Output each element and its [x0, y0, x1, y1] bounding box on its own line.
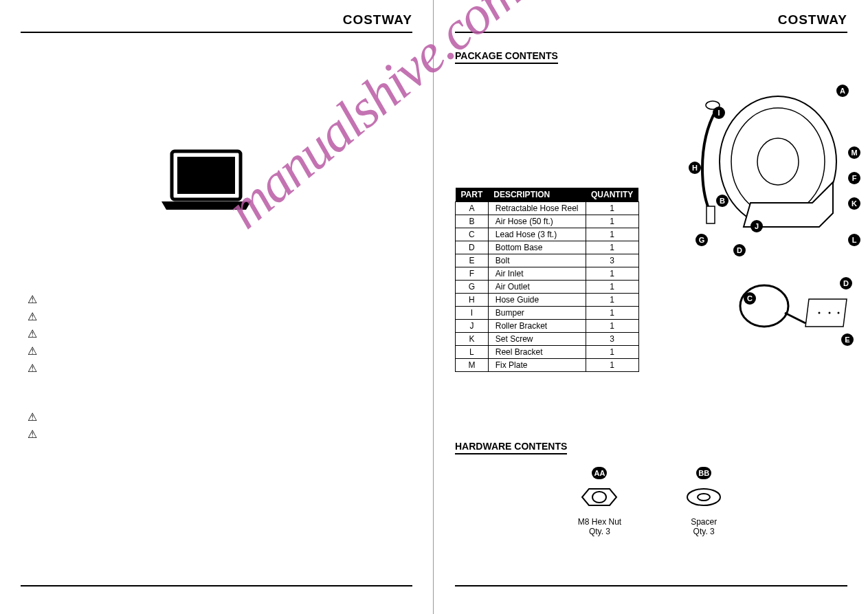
table-row: ARetractable Hose Reel1: [456, 202, 639, 215]
table-row: KSet Screw3: [456, 333, 639, 346]
callout-b: B: [716, 195, 728, 207]
table-cell: 1: [586, 228, 638, 241]
table-cell: B: [456, 215, 489, 228]
parts-table: PART DESCRIPTION QUANTITY ARetractable H…: [455, 188, 639, 372]
callout-e: E: [841, 333, 854, 346]
hardware-name-bb: Spacer: [683, 517, 724, 527]
hardware-qty-aa: Qty. 3: [578, 527, 621, 536]
table-cell: Air Inlet: [488, 267, 586, 281]
callout-d: D: [733, 244, 746, 256]
table-cell: 1: [586, 320, 638, 333]
table-cell: Air Outlet: [488, 281, 586, 294]
table-cell: Hose Guide: [488, 294, 586, 307]
table-cell: K: [456, 333, 489, 346]
brand-logo-right: COSTWAY: [455, 12, 847, 28]
hardware-row: AA M8 Hex Nut Qty. 3 BB Spacer Qty. 3: [455, 467, 847, 536]
table-cell: 3: [586, 333, 638, 346]
table-cell: Fix Plate: [488, 359, 586, 372]
lead-hose-illustration: [737, 275, 854, 351]
svg-rect-6: [706, 206, 715, 223]
callout-m: M: [848, 146, 860, 159]
table-cell: D: [456, 241, 489, 254]
table-cell: M: [456, 359, 489, 372]
table-cell: 1: [586, 346, 638, 359]
warning-icon: ⚠: [27, 327, 37, 340]
col-part: PART: [456, 188, 489, 202]
table-cell: A: [456, 202, 489, 215]
warning-column: ⚠ ⚠ ⚠ ⚠ ⚠ ⚠ ⚠: [27, 289, 37, 445]
table-cell: Bolt: [488, 254, 586, 267]
table-cell: 3: [586, 254, 638, 267]
svg-point-7: [740, 285, 788, 327]
table-cell: Lead Hose (3 ft.): [488, 228, 586, 241]
warning-icon: ⚠: [27, 293, 37, 306]
col-quantity: QUANTITY: [586, 188, 638, 202]
table-row: EBolt3: [456, 254, 639, 267]
table-cell: L: [456, 346, 489, 359]
bottom-rule-left: [21, 585, 412, 586]
bottom-rule-right: [455, 585, 847, 586]
callout-a: A: [836, 85, 849, 97]
hex-nut-icon: [579, 483, 620, 511]
table-row: LReel Bracket1: [456, 346, 639, 359]
left-page: COSTWAY ⚠ ⚠ ⚠ ⚠ ⚠ ⚠ ⚠: [0, 0, 434, 614]
warning-icon: ⚠: [27, 362, 37, 375]
hardware-item-aa: AA M8 Hex Nut Qty. 3: [578, 467, 621, 536]
table-row: BAir Hose (50 ft.)1: [456, 215, 639, 228]
table-cell: 1: [586, 267, 638, 281]
table-row: DBottom Base1: [456, 241, 639, 254]
table-cell: Reel Bracket: [488, 346, 586, 359]
table-row: FAir Inlet1: [456, 267, 639, 281]
table-cell: G: [456, 281, 489, 294]
table-cell: E: [456, 254, 489, 267]
table-row: JRoller Bracket1: [456, 320, 639, 333]
callout-l: L: [848, 234, 860, 246]
callout-k: K: [848, 197, 860, 210]
table-row: MFix Plate1: [456, 359, 639, 372]
svg-point-4: [757, 138, 799, 185]
svg-point-3: [731, 108, 825, 215]
hardware-code-aa: AA: [592, 467, 607, 479]
table-cell: Set Screw: [488, 333, 586, 346]
callout-j: J: [750, 220, 763, 232]
hardware-item-bb: BB Spacer Qty. 3: [683, 467, 724, 536]
table-cell: J: [456, 320, 489, 333]
svg-point-10: [838, 312, 840, 314]
table-row: CLead Hose (3 ft.)1: [456, 228, 639, 241]
right-page: COSTWAY PACKAGE CONTENTS PART DESCRIPTIO…: [434, 0, 868, 614]
spacer-icon: [683, 483, 724, 511]
table-cell: Retractable Hose Reel: [488, 202, 586, 215]
hardware-name-aa: M8 Hex Nut: [578, 517, 621, 527]
svg-point-8: [819, 312, 821, 314]
package-contents-heading: PACKAGE CONTENTS: [455, 50, 558, 64]
table-row: HHose Guide1: [456, 294, 639, 307]
hardware-qty-bb: Qty. 3: [683, 527, 724, 536]
table-cell: Roller Bracket: [488, 320, 586, 333]
table-row: IBumper1: [456, 307, 639, 320]
svg-rect-1: [177, 157, 235, 194]
callout-h: H: [689, 162, 701, 174]
warning-icon: ⚠: [27, 428, 37, 441]
warning-icon: ⚠: [27, 344, 37, 358]
table-cell: 1: [586, 202, 638, 215]
table-cell: Bumper: [488, 307, 586, 320]
callout-g: G: [695, 234, 708, 246]
brand-logo-left: COSTWAY: [21, 12, 412, 28]
callout-c: C: [744, 292, 756, 305]
table-cell: I: [456, 307, 489, 320]
exploded-diagram: A I M H F B K J G L D C D E: [661, 72, 860, 409]
table-cell: Air Hose (50 ft.): [488, 215, 586, 228]
hardware-code-bb: BB: [696, 467, 711, 479]
col-description: DESCRIPTION: [488, 188, 586, 202]
table-cell: 1: [586, 294, 638, 307]
laptop-icon: [158, 148, 254, 213]
svg-point-12: [592, 492, 606, 503]
callout-d2: D: [840, 277, 852, 289]
table-cell: 1: [586, 359, 638, 372]
table-cell: Bottom Base: [488, 241, 586, 254]
callout-f: F: [848, 172, 860, 184]
hardware-contents-heading: HARDWARE CONTENTS: [455, 441, 567, 454]
warning-icon: ⚠: [27, 310, 37, 323]
top-rule-right: [455, 32, 847, 33]
svg-point-9: [829, 312, 831, 314]
